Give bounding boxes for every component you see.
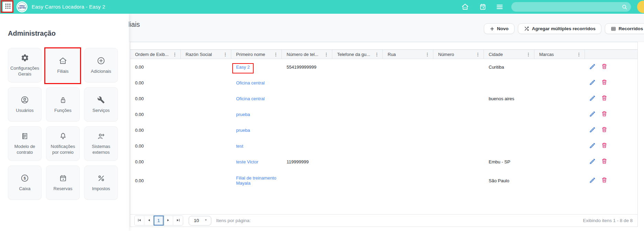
row-actions [585, 177, 637, 185]
edit-button[interactable] [589, 63, 596, 71]
shuffle-icon [524, 26, 530, 32]
cell-cidade: Embu - SP [484, 159, 534, 164]
column-menu-icon[interactable]: ⋮ [423, 52, 432, 57]
search-icon[interactable] [619, 4, 630, 10]
column-title: Cidade [489, 52, 503, 57]
easycarros-logo[interactable]: easycarros [16, 1, 27, 12]
admin-card-servicos[interactable]: Serviços [84, 87, 118, 122]
trash-icon [601, 95, 608, 102]
delete-button[interactable] [601, 142, 608, 150]
table-row: 0.00Filial de treinamento MayalaSão Paul… [130, 170, 637, 192]
admin-card-configuracoes-gerais[interactable]: Configurações Gerais [8, 48, 42, 82]
table-row: 0.00prueba [130, 122, 637, 138]
column-menu-icon[interactable]: ⋮ [221, 52, 230, 57]
calendar-button[interactable] [478, 3, 487, 12]
cell-ordem-de-exib: 0.00 [130, 96, 181, 101]
edit-button[interactable] [589, 158, 596, 166]
edit-button[interactable] [589, 79, 596, 87]
admin-card-label: Adicionais [91, 69, 111, 74]
column-menu-icon[interactable]: ⋮ [474, 52, 482, 57]
trash-icon [601, 142, 608, 150]
filial-link[interactable]: Easy 2 [236, 65, 250, 70]
delete-button[interactable] [601, 95, 608, 102]
delete-button[interactable] [601, 177, 608, 184]
column-title: Número [438, 52, 454, 57]
trash-icon [601, 177, 608, 184]
app-launcher-button[interactable] [3, 2, 13, 12]
page-size-select[interactable]: 10 [189, 216, 211, 226]
admin-card-reservas[interactable]: Reservas [46, 165, 80, 200]
filial-link[interactable]: test [236, 143, 243, 149]
column-menu-icon[interactable]: ⋮ [373, 52, 381, 57]
cell-ordem-de-exib: 0.00 [130, 65, 181, 70]
filial-link[interactable]: Oficina central [236, 96, 265, 101]
admin-card-adicionais[interactable]: Adicionais [84, 48, 118, 82]
recorridos-button[interactable]: Recorridos [605, 23, 644, 34]
admin-card-impostos[interactable]: Impostos [84, 165, 118, 200]
cell-ordem-de-exib: 0.00 [130, 80, 181, 85]
novo-button[interactable]: Novo [484, 23, 514, 34]
delete-button[interactable] [601, 111, 608, 118]
column-menu-icon[interactable]: ⋮ [271, 52, 280, 57]
trash-icon [601, 126, 608, 134]
filial-link[interactable]: prueba [236, 128, 250, 133]
filial-link[interactable]: prueba [236, 112, 250, 117]
cell-cidade: Curitiba [484, 65, 534, 70]
pencil-icon [589, 63, 596, 71]
table-row: 0.00Easy 2554199999999Curitiba [130, 59, 637, 75]
column-header-numero: Número⋮ [433, 50, 484, 59]
column-menu-icon[interactable]: ⋮ [575, 52, 583, 57]
hamburger-icon [496, 3, 504, 12]
prev-page-icon [146, 218, 152, 224]
admin-card-filiais[interactable]: Filiais [46, 48, 80, 82]
admin-card-label: Configurações Gerais [10, 66, 39, 77]
agregar-multiples-recorridos-button[interactable]: Agregar múltiples recorridos [518, 23, 601, 34]
home-button[interactable] [460, 3, 469, 12]
column-menu-icon[interactable]: ⋮ [524, 52, 533, 57]
search-input[interactable] [511, 2, 619, 12]
menu-button[interactable] [495, 3, 504, 12]
app-title: Easy Carros Locadora - Easy 2 [32, 4, 105, 10]
cell-ordem-de-exib: 0.00 [130, 128, 181, 133]
next-page-button[interactable] [164, 216, 173, 225]
admin-card-caixa[interactable]: $Caixa [8, 165, 42, 200]
delete-button[interactable] [601, 63, 608, 71]
edit-button[interactable] [589, 111, 596, 118]
admin-card-usuarios[interactable]: Usuários [8, 87, 42, 122]
admin-card-sistemas-externos[interactable]: Sistemas externos [84, 126, 118, 161]
column-title: Rua [388, 52, 396, 57]
last-page-button[interactable] [173, 216, 183, 225]
edit-button[interactable] [589, 126, 596, 134]
delete-button[interactable] [601, 79, 608, 86]
admin-card-funcoes[interactable]: Funções [46, 87, 80, 122]
delete-button[interactable] [601, 158, 608, 165]
row-actions [585, 79, 637, 87]
admin-card-label: Serviços [92, 108, 110, 114]
first-page-button[interactable] [135, 216, 144, 225]
column-menu-icon[interactable]: ⋮ [322, 52, 331, 57]
edit-button[interactable] [589, 95, 596, 103]
pencil-icon [589, 126, 596, 134]
user-avatar[interactable] [637, 1, 644, 13]
edit-button[interactable] [589, 142, 596, 150]
admin-panel: Administração Configurações GeraisFiliai… [0, 14, 129, 231]
wrench-icon [97, 95, 105, 105]
filial-link[interactable]: Filial de treinamento Mayala [236, 175, 276, 186]
pager-nav: 1 [134, 216, 183, 226]
filial-link[interactable]: teste Victor [236, 159, 258, 164]
admin-panel-title: Administração [8, 30, 56, 37]
page-1-button[interactable]: 1 [154, 216, 164, 225]
column-menu-icon[interactable]: ⋮ [170, 52, 179, 57]
admin-card-notificacoes-por-correio[interactable]: Notificações por correio [46, 126, 80, 161]
cell-cidade: São Paulo [484, 178, 534, 183]
filial-link[interactable]: Oficina central [236, 80, 265, 85]
admin-card-modelo-de-contrato[interactable]: Modelo de contrato [8, 126, 42, 161]
row-actions [585, 111, 637, 118]
edit-button[interactable] [589, 177, 596, 185]
table-icon [611, 26, 616, 32]
delete-button[interactable] [601, 126, 608, 134]
prev-page-button[interactable] [144, 216, 154, 225]
next-page-icon [166, 218, 171, 224]
calendar-icon [59, 174, 67, 183]
column-header-razon-social: Razón Social⋮ [181, 50, 231, 59]
